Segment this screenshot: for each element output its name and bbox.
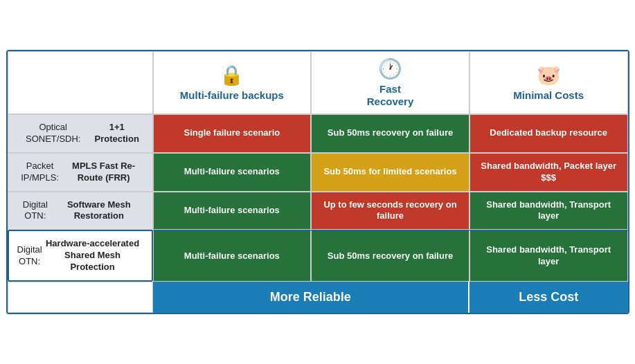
row2-col1: Multi-failure scenarios [153, 153, 312, 192]
footer-empty-cell [8, 282, 153, 313]
comparison-grid: 🔒 Multi-failure backups 🕐 FastRecovery 🐷… [8, 51, 628, 282]
header-fast-recovery: 🕐 FastRecovery [311, 51, 469, 114]
row-label-mpls: Packet IP/MPLS: MPLS Fast Re-Route (FRR) [8, 153, 153, 192]
footer-reliable: More Reliable [153, 282, 469, 313]
row1-label-prefix: Optical SONET/SDH: [17, 122, 90, 145]
row4-col1: Multi-failure scenarios [153, 230, 312, 282]
row3-label-bold: Software Mesh Restoration [54, 199, 143, 223]
row4-label-bold: Hardware-accelerated Shared Mesh Protect… [42, 238, 143, 273]
row4-label-prefix: Digital OTN: [17, 244, 42, 268]
row4-col3: Shared bandwidth, Transport layer [469, 230, 628, 282]
header-col3-title: Minimal Costs [513, 89, 584, 102]
row2-col3: Shared bandwidth, Packet layer $$$ [469, 153, 628, 192]
row3-label-prefix: Digital OTN: [17, 199, 55, 223]
row2-label-bold: MPLS Fast Re-Route (FRR) [64, 161, 144, 184]
row2-col2: Sub 50ms for limited scenarios [311, 153, 469, 192]
footer-cost: Less Cost [469, 282, 628, 313]
clock-icon: 🕐 [378, 57, 402, 80]
header-minimal-costs: 🐷 Minimal Costs [469, 51, 628, 114]
row-label-hw-mesh: Digital OTN: Hardware-accelerated Shared… [8, 230, 153, 282]
row3-col3: Shared bandwidth, Transport layer [469, 192, 628, 230]
row1-col1: Single failure scenario [153, 114, 312, 153]
piggy-icon: 🐷 [537, 64, 561, 87]
row1-label-bold: 1+1 Protection [90, 122, 144, 145]
header-empty [8, 51, 153, 114]
header-col2-title: FastRecovery [367, 83, 414, 108]
row2-label-prefix: Packet IP/MPLS: [17, 161, 64, 184]
footer-row: More Reliable Less Cost [8, 282, 628, 313]
row1-col2: Sub 50ms recovery on failure [311, 114, 469, 153]
row1-col3: Dedicated backup resource [469, 114, 628, 153]
row-label-software-mesh: Digital OTN: Software Mesh Restoration [8, 192, 153, 230]
row3-col2: Up to few seconds recovery on failure [311, 192, 469, 230]
row-label-sonet: Optical SONET/SDH: 1+1 Protection [8, 114, 153, 153]
row3-col1: Multi-failure scenarios [153, 192, 312, 230]
row4-col2: Sub 50ms recovery on failure [311, 230, 469, 282]
header-multi-failure: 🔒 Multi-failure backups [153, 51, 312, 114]
header-col1-title: Multi-failure backups [180, 89, 284, 102]
main-table: 🔒 Multi-failure backups 🕐 FastRecovery 🐷… [6, 50, 629, 314]
lock-icon: 🔒 [220, 64, 244, 87]
